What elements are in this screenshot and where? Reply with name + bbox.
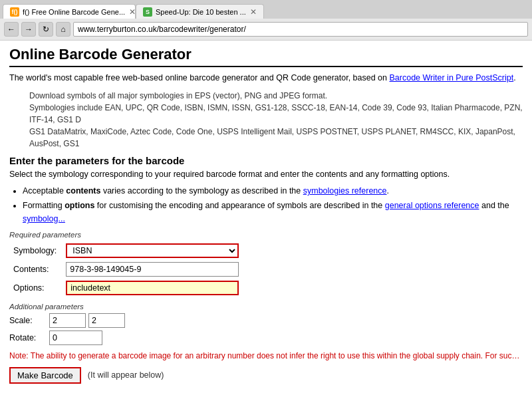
intro-period: . (513, 73, 515, 82)
intro-link[interactable]: Barcode Writer in Pure PostScript (390, 73, 514, 82)
tab-active[interactable]: f() f() Free Online Barcode Gene... ✕ (3, 4, 136, 19)
home-button[interactable]: ⌂ (56, 22, 70, 37)
tab-close-2[interactable]: ✕ (250, 7, 257, 17)
features-line2: Symbologies include EAN, UPC, QR Code, I… (29, 102, 523, 126)
bullet1-text: Acceptable (23, 186, 66, 196)
bullet2-text: Formatting (23, 201, 65, 210)
symbolog-link[interactable]: symbolog... (23, 214, 65, 223)
nav-bar: ← → ↻ ⌂ (0, 19, 532, 40)
bullet-item-1: Acceptable contents varies according to … (23, 184, 523, 198)
options-row: Options: (9, 279, 243, 297)
refresh-button[interactable]: ↻ (39, 22, 53, 37)
back-button[interactable]: ← (4, 22, 19, 37)
bullet2-bold: options (65, 201, 94, 210)
symbology-select[interactable]: ISBN (66, 243, 239, 258)
general-options-link[interactable]: general options reference (385, 201, 479, 210)
rotate-label: Rotate: (9, 333, 49, 342)
contents-row: Contents: (9, 260, 243, 279)
note-text: Note: The ability to generate a barcode … (9, 350, 523, 362)
scale-input-1[interactable] (49, 313, 86, 328)
features-line3: GS1 DataMatrix, MaxiCode, Aztec Code, Co… (29, 126, 523, 150)
scale-label: Scale: (9, 316, 49, 325)
params-table: Symbology: ISBN Contents: Options: (9, 241, 243, 297)
symbology-label: Symbology: (9, 241, 62, 260)
description-text: Select the symbology corresponding to yo… (9, 169, 523, 181)
intro-text: The world's most capable free web-based … (9, 73, 387, 82)
page-content: Online Barcode Generator The world's mos… (0, 41, 532, 399)
tab-favicon-1: f() (10, 7, 19, 17)
symbologies-link[interactable]: symbologies reference (303, 186, 387, 196)
appear-text: (It will appear below) (88, 370, 164, 380)
bullet-list: Acceptable contents varies according to … (23, 184, 523, 225)
rotate-input[interactable] (49, 331, 102, 345)
bullet2-mid: for customising the encoding and appeara… (94, 201, 384, 210)
scale-input-2[interactable] (88, 313, 125, 328)
scale-row: Scale: (9, 313, 523, 328)
features-line1: Download symbols of all major symbologie… (29, 90, 523, 102)
bullet1-end: . (387, 186, 389, 196)
contents-label: Contents: (9, 260, 62, 279)
bullet-item-2: Formatting options for customising the e… (23, 199, 523, 225)
section-heading: Enter the parameters for the barcode (9, 155, 523, 166)
tab-close-1[interactable]: ✕ (129, 7, 136, 17)
address-bar[interactable] (73, 22, 528, 37)
browser-chrome: f() f() Free Online Barcode Gene... ✕ S … (0, 0, 532, 41)
forward-button[interactable]: → (21, 22, 36, 37)
tab-inactive[interactable]: S Speed-Up: Die 10 besten ... ✕ (136, 4, 264, 19)
bullet2-end: and the (479, 201, 509, 210)
rotate-row: Rotate: (9, 331, 523, 345)
additional-params-label: Additional parameters (9, 303, 523, 311)
page-title: Online Barcode Generator (9, 46, 523, 67)
contents-input[interactable] (66, 262, 239, 277)
tab-bar: f() f() Free Online Barcode Gene... ✕ S … (0, 0, 532, 19)
features-block: Download symbols of all major symbologie… (29, 90, 523, 150)
intro-paragraph: The world's most capable free web-based … (9, 72, 523, 84)
tab-favicon-2: S (143, 7, 152, 17)
symbology-row: Symbology: ISBN (9, 241, 243, 260)
make-barcode-button[interactable]: Make Barcode (9, 367, 81, 384)
required-params-label: Required parameters (9, 231, 523, 239)
bullet1-bold: contents (66, 186, 100, 196)
options-label: Options: (9, 279, 62, 297)
tab-label-2: Speed-Up: Die 10 besten ... (156, 8, 246, 16)
tab-label-1: f() Free Online Barcode Gene... (23, 8, 125, 16)
make-barcode-row: Make Barcode (It will appear below) (9, 367, 523, 384)
bullet1-mid: varies according to the symbology as des… (100, 186, 303, 196)
options-input[interactable] (66, 281, 239, 295)
